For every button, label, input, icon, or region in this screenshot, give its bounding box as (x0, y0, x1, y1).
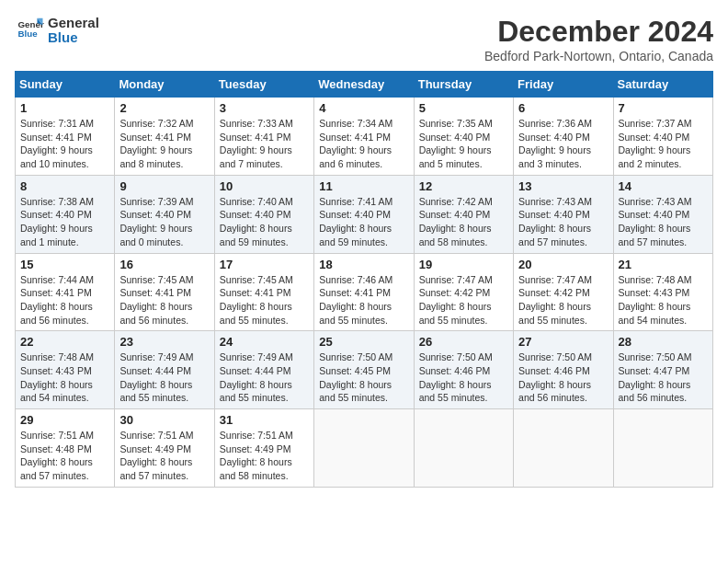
day-cell (514, 409, 613, 488)
day-cell: 23Sunrise: 7:49 AMSunset: 4:44 PMDayligh… (115, 331, 214, 409)
logo: General Blue General Blue (15, 15, 99, 46)
day-number: 23 (119, 335, 209, 349)
day-number: 19 (419, 258, 508, 271)
day-number: 13 (518, 179, 608, 193)
day-number: 6 (518, 101, 608, 115)
weekday-sunday: Sunday (16, 72, 115, 98)
day-cell (613, 409, 712, 488)
day-number: 10 (220, 179, 309, 193)
day-cell: 22Sunrise: 7:48 AMSunset: 4:43 PMDayligh… (16, 331, 115, 409)
day-info: Sunrise: 7:38 AMSunset: 4:40 PMDaylight:… (20, 195, 109, 249)
day-info: Sunrise: 7:50 AMSunset: 4:46 PMDaylight:… (419, 350, 508, 405)
day-cell: 15Sunrise: 7:44 AMSunset: 4:41 PMDayligh… (16, 253, 115, 331)
day-cell: 27Sunrise: 7:50 AMSunset: 4:46 PMDayligh… (514, 331, 613, 409)
day-number: 9 (119, 179, 209, 193)
day-info: Sunrise: 7:50 AMSunset: 4:45 PMDaylight:… (319, 350, 408, 405)
day-number: 15 (20, 258, 109, 271)
day-info: Sunrise: 7:48 AMSunset: 4:43 PMDaylight:… (20, 350, 109, 405)
month-title: December 2024 (484, 15, 713, 49)
day-cell: 17Sunrise: 7:45 AMSunset: 4:41 PMDayligh… (214, 253, 313, 331)
day-info: Sunrise: 7:32 AMSunset: 4:41 PMDaylight:… (119, 117, 209, 171)
day-number: 26 (419, 335, 508, 349)
day-cell: 16Sunrise: 7:45 AMSunset: 4:41 PMDayligh… (115, 253, 214, 331)
weekday-monday: Monday (115, 72, 214, 98)
day-info: Sunrise: 7:50 AMSunset: 4:46 PMDaylight:… (518, 350, 608, 405)
day-number: 5 (419, 101, 508, 115)
day-cell: 21Sunrise: 7:48 AMSunset: 4:43 PMDayligh… (613, 253, 712, 331)
logo-general: General (48, 16, 99, 31)
day-number: 11 (319, 179, 408, 193)
day-cell: 28Sunrise: 7:50 AMSunset: 4:47 PMDayligh… (613, 331, 712, 409)
week-row-3: 15Sunrise: 7:44 AMSunset: 4:41 PMDayligh… (16, 253, 713, 331)
week-row-5: 29Sunrise: 7:51 AMSunset: 4:48 PMDayligh… (16, 409, 713, 488)
day-cell: 25Sunrise: 7:50 AMSunset: 4:45 PMDayligh… (314, 331, 414, 409)
day-info: Sunrise: 7:41 AMSunset: 4:40 PMDaylight:… (319, 195, 408, 249)
logo-icon: General Blue (17, 15, 44, 42)
day-info: Sunrise: 7:39 AMSunset: 4:40 PMDaylight:… (119, 195, 209, 249)
day-number: 17 (220, 258, 309, 271)
day-cell: 7Sunrise: 7:37 AMSunset: 4:40 PMDaylight… (613, 98, 712, 176)
day-cell: 10Sunrise: 7:40 AMSunset: 4:40 PMDayligh… (214, 175, 313, 253)
title-area: December 2024 Bedford Park-Nortown, Onta… (484, 15, 713, 63)
day-cell: 11Sunrise: 7:41 AMSunset: 4:40 PMDayligh… (314, 175, 414, 253)
day-number: 29 (20, 413, 109, 427)
day-info: Sunrise: 7:36 AMSunset: 4:40 PMDaylight:… (518, 117, 608, 171)
day-cell: 29Sunrise: 7:51 AMSunset: 4:48 PMDayligh… (16, 409, 115, 488)
day-info: Sunrise: 7:37 AMSunset: 4:40 PMDaylight:… (619, 117, 708, 171)
day-number: 4 (319, 101, 408, 115)
weekday-friday: Friday (514, 72, 613, 98)
day-info: Sunrise: 7:34 AMSunset: 4:41 PMDaylight:… (319, 117, 408, 171)
day-number: 22 (20, 335, 109, 349)
day-number: 14 (619, 179, 708, 193)
day-cell: 24Sunrise: 7:49 AMSunset: 4:44 PMDayligh… (214, 331, 313, 409)
day-number: 21 (619, 258, 708, 271)
day-number: 31 (220, 413, 309, 427)
day-number: 3 (220, 101, 309, 115)
day-cell: 20Sunrise: 7:47 AMSunset: 4:42 PMDayligh… (514, 253, 613, 331)
day-cell: 26Sunrise: 7:50 AMSunset: 4:46 PMDayligh… (414, 331, 513, 409)
day-info: Sunrise: 7:45 AMSunset: 4:41 PMDaylight:… (220, 273, 309, 327)
day-info: Sunrise: 7:44 AMSunset: 4:41 PMDaylight:… (20, 273, 109, 327)
day-number: 25 (319, 335, 408, 349)
weekday-tuesday: Tuesday (214, 72, 313, 98)
day-info: Sunrise: 7:49 AMSunset: 4:44 PMDaylight:… (220, 350, 309, 405)
week-row-2: 8Sunrise: 7:38 AMSunset: 4:40 PMDaylight… (16, 175, 713, 253)
day-number: 12 (419, 179, 508, 193)
calendar-body: 1Sunrise: 7:31 AMSunset: 4:41 PMDaylight… (16, 98, 713, 488)
day-info: Sunrise: 7:47 AMSunset: 4:42 PMDaylight:… (518, 273, 608, 327)
day-cell: 6Sunrise: 7:36 AMSunset: 4:40 PMDaylight… (514, 98, 613, 176)
day-number: 18 (319, 258, 408, 271)
day-info: Sunrise: 7:46 AMSunset: 4:41 PMDaylight:… (319, 273, 408, 327)
day-info: Sunrise: 7:47 AMSunset: 4:42 PMDaylight:… (419, 273, 508, 327)
calendar: SundayMondayTuesdayWednesdayThursdayFrid… (15, 71, 713, 488)
day-info: Sunrise: 7:43 AMSunset: 4:40 PMDaylight:… (619, 195, 708, 249)
day-number: 30 (119, 413, 209, 427)
calendar-header: SundayMondayTuesdayWednesdayThursdayFrid… (16, 72, 713, 98)
day-number: 2 (119, 101, 209, 115)
day-cell: 9Sunrise: 7:39 AMSunset: 4:40 PMDaylight… (115, 175, 214, 253)
day-info: Sunrise: 7:49 AMSunset: 4:44 PMDaylight:… (119, 350, 209, 405)
weekday-thursday: Thursday (414, 72, 513, 98)
day-number: 27 (518, 335, 608, 349)
day-number: 1 (20, 101, 109, 115)
header: General Blue General Blue December 2024 … (15, 15, 713, 63)
day-info: Sunrise: 7:51 AMSunset: 4:49 PMDaylight:… (220, 429, 309, 483)
day-info: Sunrise: 7:33 AMSunset: 4:41 PMDaylight:… (220, 117, 309, 171)
day-cell: 19Sunrise: 7:47 AMSunset: 4:42 PMDayligh… (414, 253, 513, 331)
day-number: 24 (220, 335, 309, 349)
day-cell (414, 409, 513, 488)
day-info: Sunrise: 7:51 AMSunset: 4:48 PMDaylight:… (20, 429, 109, 483)
day-cell: 14Sunrise: 7:43 AMSunset: 4:40 PMDayligh… (613, 175, 712, 253)
day-cell: 18Sunrise: 7:46 AMSunset: 4:41 PMDayligh… (314, 253, 414, 331)
day-cell: 31Sunrise: 7:51 AMSunset: 4:49 PMDayligh… (214, 409, 313, 488)
day-number: 16 (119, 258, 209, 271)
day-number: 8 (20, 179, 109, 193)
day-cell: 5Sunrise: 7:35 AMSunset: 4:40 PMDaylight… (414, 98, 513, 176)
day-info: Sunrise: 7:45 AMSunset: 4:41 PMDaylight:… (119, 273, 209, 327)
day-info: Sunrise: 7:35 AMSunset: 4:40 PMDaylight:… (419, 117, 508, 171)
day-info: Sunrise: 7:48 AMSunset: 4:43 PMDaylight:… (619, 273, 708, 327)
weekday-header-row: SundayMondayTuesdayWednesdayThursdayFrid… (16, 72, 713, 98)
day-number: 28 (619, 335, 708, 349)
day-info: Sunrise: 7:42 AMSunset: 4:40 PMDaylight:… (419, 195, 508, 249)
location-title: Bedford Park-Nortown, Ontario, Canada (484, 49, 713, 63)
